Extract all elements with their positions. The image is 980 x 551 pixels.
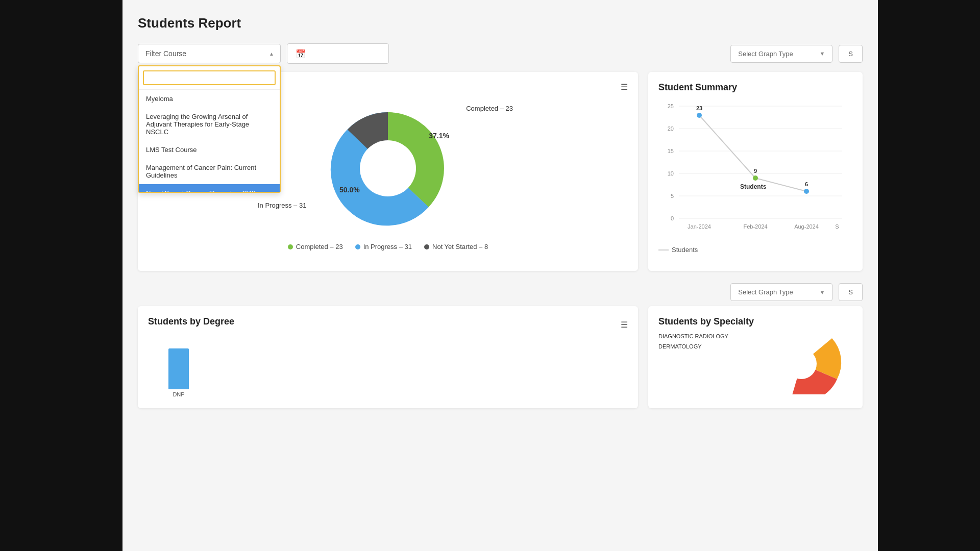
dropdown-item-cancer-pain[interactable]: Management of Cancer Pain: Current Guide… (139, 159, 280, 184)
filter-course-dropdown: Myeloma Leveraging the Growing Arsenal o… (138, 65, 281, 193)
bottom-controls-row: Select Graph Type ▼ S (138, 283, 863, 301)
svg-point-21 (786, 348, 817, 379)
pie-legend: Completed – 23 In Progress – 31 Not Yet … (288, 243, 488, 251)
svg-text:Aug-2024: Aug-2024 (794, 223, 819, 230)
svg-text:20: 20 (668, 126, 674, 132)
svg-text:Feb-2024: Feb-2024 (743, 223, 767, 230)
datapoint-feb (753, 176, 758, 181)
svg-text:15: 15 (668, 148, 674, 154)
graph-type-top-arrow: ▼ (819, 51, 825, 57)
graph-type-bottom-label: Select Graph Type (738, 288, 793, 296)
specialty-label-radiology: DIAGNOSTIC RADIOLOGY (658, 333, 728, 339)
degree-chart: DNP (148, 336, 628, 397)
student-summary-panel: Student Summary 0 5 (648, 72, 863, 271)
svg-text:Jan-2024: Jan-2024 (688, 223, 711, 230)
pie-chart-svg (311, 102, 464, 235)
line-chart-legend: Students (658, 246, 852, 254)
svg-text:6: 6 (805, 181, 808, 187)
svg-text:S: S (835, 223, 839, 230)
dropdown-search-area (139, 66, 280, 90)
page-title: Students Report (138, 15, 863, 31)
search-button-bottom[interactable]: S (839, 283, 863, 301)
hamburger-icon[interactable]: ☰ (621, 82, 628, 92)
svg-text:5: 5 (671, 193, 674, 199)
svg-point-0 (360, 140, 416, 196)
dropdown-list: Myeloma Leveraging the Growing Arsenal o… (139, 90, 280, 192)
legend-dot-inprogress (355, 244, 360, 249)
legend-label-completed: Completed – 23 (296, 243, 343, 251)
top-controls-row: Filter Course Myeloma Leveraging the Gro… (138, 43, 863, 64)
pie-wrapper: Completed – 23 37.1% In Progress – 31 50… (311, 102, 464, 235)
line-chart-area: 0 5 10 15 20 25 Jan-2024 Feb-2024 Aug-20… (658, 101, 852, 244)
dropdown-item-cdk[interactable]: Novel Breast Cancer Therapies: CDK Inhib… (139, 184, 280, 192)
date-picker-button[interactable]: 📅 (287, 43, 389, 64)
legend-dot-completed (288, 244, 293, 249)
graph-type-bottom-arrow: ▼ (819, 289, 825, 295)
dropdown-item-myeloma[interactable]: Myeloma (139, 90, 280, 108)
specialty-label-dermatology: DERMATOLOGY (658, 343, 702, 349)
search-button-top[interactable]: S (839, 45, 863, 63)
legend-label-notstarted: Not Yet Started – 8 (432, 243, 488, 251)
specialty-panel: Students by Specialty DIAGNOSTIC RADIOLO… (648, 306, 863, 408)
line-chart-path (699, 115, 806, 191)
pie-pct-inprogress: 50.0% (339, 186, 360, 194)
legend-dot-notstarted (424, 244, 429, 249)
svg-text:10: 10 (668, 170, 674, 177)
degree-hamburger-icon[interactable]: ☰ (621, 320, 628, 330)
svg-text:25: 25 (668, 103, 674, 109)
bottom-grid: Students by Degree ☰ DNP Students by Spe… (138, 306, 863, 408)
degree-panel: Students by Degree ☰ DNP (138, 306, 638, 408)
dropdown-item-lms[interactable]: LMS Test Course (139, 141, 280, 159)
graph-type-top-button[interactable]: Select Graph Type ▼ (730, 45, 832, 63)
dropdown-item-nsclc[interactable]: Leveraging the Growing Arsenal of Adjuva… (139, 108, 280, 141)
specialty-svg (750, 333, 852, 394)
graph-type-top-label: Select Graph Type (738, 50, 793, 58)
svg-text:9: 9 (754, 168, 757, 174)
degree-label-dnp: DNP (173, 391, 184, 397)
datapoint-jan (697, 113, 702, 118)
line-chart-svg: 0 5 10 15 20 25 Jan-2024 Feb-2024 Aug-20… (658, 101, 852, 239)
line-legend-label: Students (672, 246, 698, 254)
calendar-icon: 📅 (296, 49, 306, 59)
summary-title: Student Summary (658, 82, 852, 93)
svg-text:Students: Students (740, 183, 767, 190)
legend-label-inprogress: In Progress – 31 (363, 243, 412, 251)
datapoint-aug (804, 189, 809, 194)
legend-completed: Completed – 23 (288, 243, 343, 251)
svg-text:0: 0 (671, 215, 674, 221)
pie-label-completed: Completed – 23 (466, 105, 513, 112)
degree-panel-header: Students by Degree ☰ (148, 316, 628, 333)
specialty-chart: DIAGNOSTIC RADIOLOGY DERMATOLOGY (658, 333, 852, 394)
graph-type-bottom-button[interactable]: Select Graph Type ▼ (730, 283, 832, 301)
pie-pct-completed: 37.1% (429, 132, 449, 140)
legend-notstarted: Not Yet Started – 8 (424, 243, 488, 251)
pie-label-inprogress: In Progress – 31 (258, 202, 306, 209)
dropdown-search-input[interactable] (143, 70, 276, 85)
legend-inprogress: In Progress – 31 (355, 243, 412, 251)
filter-course-button[interactable]: Filter Course (138, 44, 281, 63)
degree-title: Students by Degree (148, 316, 234, 327)
filter-course-wrapper: Filter Course Myeloma Leveraging the Gro… (138, 44, 281, 63)
svg-text:23: 23 (696, 105, 702, 111)
specialty-title: Students by Specialty (658, 316, 852, 327)
